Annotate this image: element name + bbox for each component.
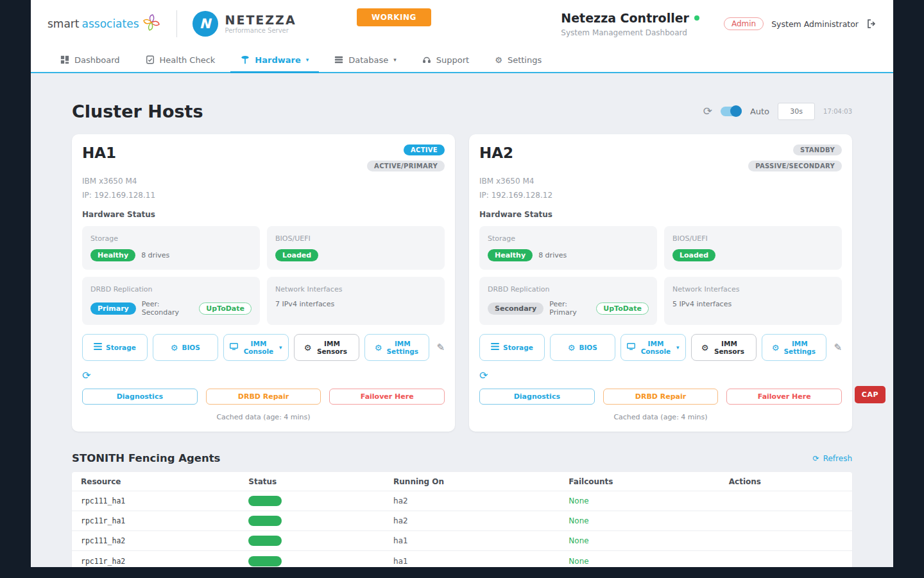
storage-detail: 8 drives	[538, 251, 567, 259]
support-headset-icon	[422, 55, 431, 64]
user-box: Admin System Administrator	[724, 17, 877, 30]
bios-button[interactable]: ⚙ BIOS	[153, 334, 218, 361]
monitor-icon	[230, 343, 238, 351]
card-head: HA1 ACTIVE ACTIVE/PRIMARY	[82, 144, 445, 171]
nav-item-dashboard[interactable]: Dashboard	[60, 48, 120, 72]
toggle-knob	[730, 105, 742, 117]
diagnostics-button[interactable]: Diagnostics	[82, 389, 198, 405]
gear-icon: ⚙	[701, 344, 709, 352]
failover-button[interactable]: Failover Here	[726, 389, 842, 405]
storage-button[interactable]: Storage	[82, 334, 148, 361]
storage-status-box: Storage Healthy 8 drives	[82, 226, 260, 270]
drbd-repair-button[interactable]: DRBD Repair	[206, 389, 321, 405]
card-refresh-icon[interactable]: ⟳	[479, 369, 491, 381]
imm-console-button[interactable]: IMM Console ▾	[620, 334, 686, 361]
host-ip: IP: 192.169.128.12	[479, 191, 842, 200]
drbd-peer: Peer: Secondary	[142, 300, 194, 317]
imm-settings-button[interactable]: ⚙ IMM Settings	[762, 334, 827, 361]
gear-icon: ⚙	[568, 344, 576, 352]
nav-item-database[interactable]: Database ▾	[334, 48, 397, 72]
failcounts: None	[569, 557, 728, 566]
storage-label: Storage	[90, 234, 252, 243]
stonith-refresh-link[interactable]: ⟳ Refresh	[813, 454, 852, 463]
nav-item-settings[interactable]: ⚙ Settings	[495, 48, 542, 72]
edit-pencil-icon[interactable]: ✎	[436, 342, 445, 353]
nav-item-support[interactable]: Support	[422, 48, 469, 72]
storage-detail: 8 drives	[141, 251, 169, 259]
refresh-icon[interactable]: ⟳	[703, 106, 712, 117]
online-status-dot	[694, 15, 699, 21]
host-card-ha2: HA2 STANDBY PASSIVE/SECONDARY IBM x3650 …	[469, 134, 852, 432]
running-on: ha2	[393, 496, 569, 505]
cache-note: Cached data (age: 4 mins)	[82, 413, 445, 421]
nav-item-hardware[interactable]: Hardware ▾	[241, 48, 309, 72]
gear-icon: ⚙	[375, 344, 382, 352]
interval-select[interactable]: 30s	[778, 103, 815, 120]
nav-label-settings: Settings	[508, 55, 542, 65]
chevron-down-icon: ▾	[306, 57, 309, 63]
admin-role-badge: Admin	[724, 17, 764, 30]
gear-icon: ⚙	[304, 344, 312, 352]
cap-badge[interactable]: CAP	[855, 386, 886, 403]
col-status: Status	[248, 477, 393, 486]
nav-item-health-check[interactable]: Health Check	[146, 48, 216, 72]
main-nav: Dashboard Health Check Hardware ▾ Datab	[31, 48, 893, 73]
network-detail: 7 IPv4 interfaces	[275, 300, 334, 308]
drbd-role-pill: Secondary	[488, 302, 543, 315]
resource-name: rpc111_ha1	[81, 496, 248, 505]
bios-status-pill: Loaded	[672, 249, 715, 261]
status-pill	[248, 516, 282, 526]
failover-button[interactable]: Failover Here	[329, 389, 445, 405]
maintenance-buttons: Diagnostics DRBD Repair Failover Here	[479, 389, 842, 405]
network-status-box: Network Interfaces 7 IPv4 interfaces	[267, 277, 445, 325]
auto-label: Auto	[750, 107, 769, 116]
role-badge: ACTIVE/PRIMARY	[367, 161, 445, 171]
status-grid: Storage Healthy 8 drives BIOS/UEFI Loade…	[479, 226, 842, 325]
drbd-role-pill: Primary	[90, 302, 136, 315]
header: smartassociates N NETEZZA Performance Se…	[31, 0, 893, 48]
dashboard-icon	[60, 55, 69, 64]
chevron-down-icon: ▾	[393, 57, 397, 63]
pinwheel-logo-icon	[142, 13, 161, 35]
imm-sensors-button[interactable]: ⚙ IMM Sensors	[691, 334, 757, 361]
imm-sensors-button[interactable]: ⚙ IMM Sensors	[294, 334, 359, 361]
col-actions: Actions	[729, 477, 843, 486]
network-status-box: Network Interfaces 5 IPv4 interfaces	[664, 277, 842, 325]
user-name: System Administrator	[771, 19, 859, 29]
bios-button[interactable]: ⚙ BIOS	[550, 334, 615, 361]
controller-subtitle: System Management Dashboard	[561, 28, 699, 37]
database-icon	[334, 55, 343, 64]
diagnostics-button[interactable]: Diagnostics	[479, 389, 595, 405]
imm-console-button[interactable]: IMM Console ▾	[223, 334, 289, 361]
status-grid: Storage Healthy 8 drives BIOS/UEFI Loade…	[82, 226, 445, 325]
imm-settings-button[interactable]: ⚙ IMM Settings	[364, 334, 430, 361]
bios-label: BIOS/UEFI	[672, 234, 834, 243]
stonith-header: STONITH Fencing Agents ⟳ Refresh	[72, 452, 852, 464]
network-label: Network Interfaces	[672, 285, 834, 293]
gear-icon: ⚙	[772, 344, 780, 352]
last-refresh-timestamp: 17:04:03	[823, 108, 852, 115]
edit-pencil-icon[interactable]: ✎	[834, 342, 842, 353]
controller-title-row: Netezza Controller	[561, 11, 699, 25]
col-resource: Resource	[81, 477, 248, 486]
health-check-icon	[146, 55, 155, 64]
state-badge: ACTIVE	[404, 144, 445, 155]
auto-refresh-toggle[interactable]	[721, 107, 742, 116]
refresh-controls: ⟳ Auto 30s 17:04:03	[703, 103, 852, 120]
drbd-repair-button[interactable]: DRBD Repair	[603, 389, 719, 405]
cache-note: Cached data (age: 4 mins)	[479, 413, 842, 421]
host-badges: STANDBY PASSIVE/SECONDARY	[748, 144, 842, 171]
table-header-row: Resource Status Running On Failcounts Ac…	[72, 472, 852, 491]
failcounts: None	[569, 496, 728, 505]
host-name: HA1	[82, 144, 116, 161]
resource-name: rpc11r_ha2	[81, 557, 248, 566]
logout-icon[interactable]	[866, 19, 877, 29]
role-badge: PASSIVE/SECONDARY	[748, 161, 842, 171]
table-row: rpc11r_ha2 ha1 None	[72, 551, 852, 567]
list-icon	[94, 343, 102, 351]
card-refresh-icon[interactable]: ⟳	[82, 369, 94, 381]
host-action-buttons: Storage ⚙ BIOS IMM Console ▾ ⚙	[479, 334, 842, 361]
storage-button[interactable]: Storage	[479, 334, 545, 361]
running-on: ha2	[393, 516, 569, 525]
screen-frame: smartassociates N NETEZZA Performance Se…	[0, 0, 924, 578]
